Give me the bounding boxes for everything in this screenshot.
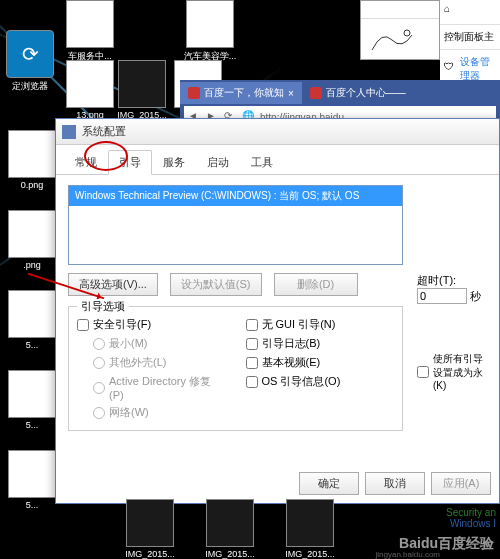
desktop-icon[interactable]: IMG_2015... [112, 60, 172, 120]
advanced-options-button[interactable]: 高级选项(V)... [68, 273, 158, 296]
preview-window [360, 0, 440, 60]
desktop-icon[interactable]: 车服务中... [60, 0, 120, 63]
set-default-button: 设为默认值(S) [170, 273, 262, 296]
tab-startup[interactable]: 启动 [196, 150, 240, 175]
group-legend: 引导选项 [77, 299, 129, 314]
dialog-tabs: 常规 引导 服务 启动 工具 [56, 145, 499, 175]
dialog-title: 系统配置 [82, 124, 126, 139]
desktop-icon[interactable]: IMG_2015... [200, 499, 260, 559]
timeout-label: 超时(T): [417, 273, 487, 288]
home-icon: ⌂ [444, 3, 460, 19]
delete-button: 删除(D) [274, 273, 358, 296]
desktop-icon[interactable]: IMG_2015... [120, 499, 180, 559]
no-gui-checkbox[interactable] [246, 319, 258, 331]
desktop-icon[interactable]: 13.png [60, 60, 120, 120]
window-icon [62, 125, 76, 139]
desktop-icon[interactable]: .png [2, 210, 62, 270]
tab-general[interactable]: 常规 [64, 150, 108, 175]
tab-boot[interactable]: 引导 [108, 150, 152, 175]
alt-shell-radio [93, 357, 105, 369]
shield-icon: 🛡 [444, 61, 456, 77]
tab-services[interactable]: 服务 [152, 150, 196, 175]
os-info-checkbox[interactable] [246, 376, 258, 388]
close-icon[interactable]: × [288, 88, 294, 99]
dialog-titlebar[interactable]: 系统配置 [56, 119, 499, 145]
tab-tools[interactable]: 工具 [240, 150, 284, 175]
boot-log-checkbox[interactable] [246, 338, 258, 350]
desktop-icon[interactable]: IMG_2015... [280, 499, 340, 559]
url-watermark: jingyan.baidu.com [376, 550, 440, 559]
desktop-icon[interactable]: 0.png [2, 130, 62, 190]
browser-tab-1[interactable]: 百度一下，你就知× [180, 82, 302, 104]
cancel-button[interactable]: 取消 [365, 472, 425, 495]
system-config-dialog: 系统配置 常规 引导 服务 启动 工具 Windows Technical Pr… [55, 118, 500, 504]
safe-boot-checkbox[interactable] [77, 319, 89, 331]
baidu-icon [188, 87, 200, 99]
minimal-radio [93, 338, 105, 350]
ad-repair-radio [93, 382, 105, 394]
os-entry[interactable]: Windows Technical Preview (C:\WINDOWS) :… [69, 186, 402, 206]
timeout-input[interactable] [417, 288, 467, 304]
browser-tab-2[interactable]: 百度个人中心—— [302, 82, 414, 104]
ok-button[interactable]: 确定 [299, 472, 359, 495]
boot-options-group: 引导选项 安全引导(F) 最小(M) 其他外壳(L) Active Direct… [68, 306, 403, 431]
network-radio [93, 407, 105, 419]
desktop-icon[interactable]: 5... [2, 370, 62, 430]
permanent-checkbox[interactable] [417, 366, 429, 378]
baidu-icon [310, 87, 322, 99]
base-video-checkbox[interactable] [246, 357, 258, 369]
desktop-icon[interactable]: ⟳定浏览器 [0, 30, 60, 93]
svg-point-0 [404, 30, 410, 36]
apply-button: 应用(A) [431, 472, 491, 495]
os-list[interactable]: Windows Technical Preview (C:\WINDOWS) :… [68, 185, 403, 265]
desktop-icon[interactable]: 汽车美容学... [180, 0, 240, 63]
control-panel-title: 控制面板主 [440, 27, 500, 47]
desktop-icon[interactable]: 5... [2, 290, 62, 350]
